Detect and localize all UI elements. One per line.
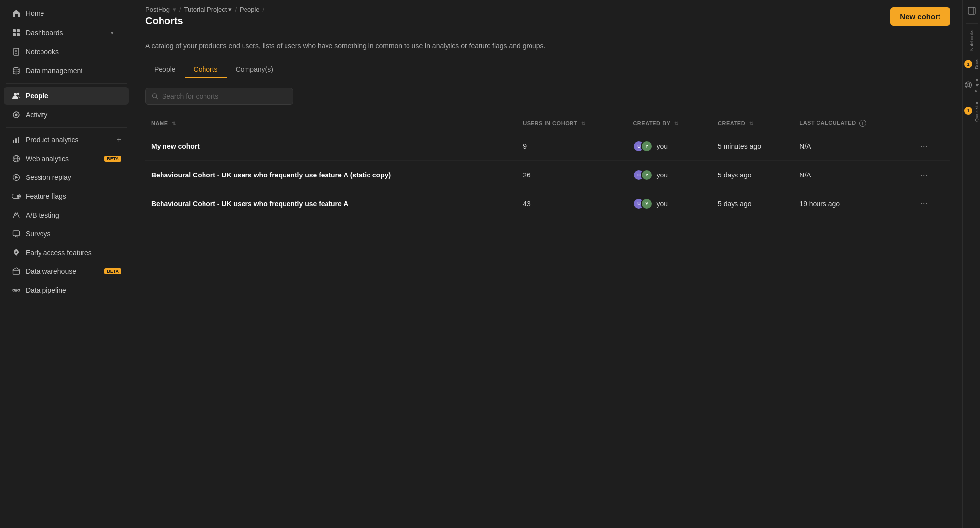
col-created-by[interactable]: CREATED BY ⇅ <box>627 115 712 132</box>
docs-rail-label: Docs <box>974 59 979 69</box>
svg-rect-15 <box>15 138 17 143</box>
breadcrumb-slash: / <box>179 6 181 13</box>
svg-rect-3 <box>17 33 20 36</box>
sidebar-item-label: Data pipeline <box>26 286 121 294</box>
avatar-stack: U Y <box>633 198 653 210</box>
search-box[interactable] <box>145 88 293 105</box>
notebook-icon <box>12 47 21 56</box>
content-area: A catalog of your product's end users, l… <box>133 31 962 528</box>
created-date: 5 minutes ago <box>712 132 793 161</box>
sidebar-item-session-replay[interactable]: Session replay <box>4 169 129 186</box>
new-cohort-button[interactable]: New cohort <box>890 7 950 26</box>
people-icon <box>12 91 21 100</box>
svg-rect-1 <box>17 29 20 32</box>
header: PostHog ▾ / Tutorial Project ▾ / People … <box>133 0 962 31</box>
docs-badge: 1 <box>964 60 972 68</box>
created-by-label: you <box>656 142 668 150</box>
svg-line-41 <box>969 83 970 84</box>
toggle-icon <box>12 192 21 201</box>
sidebar-item-surveys[interactable]: Surveys <box>4 225 129 243</box>
svg-point-9 <box>14 93 17 96</box>
tab-people[interactable]: People <box>145 61 185 78</box>
search-input[interactable] <box>162 92 287 100</box>
last-calculated: 19 hours ago <box>793 189 910 218</box>
breadcrumb: PostHog ▾ / Tutorial Project ▾ / People … <box>145 6 264 13</box>
info-icon[interactable]: i <box>859 120 866 127</box>
breadcrumb-section[interactable]: People <box>240 6 259 13</box>
svg-rect-25 <box>13 231 20 236</box>
pipeline-icon <box>12 286 21 295</box>
rail-notebooks[interactable]: Notebooks <box>967 28 976 53</box>
sidebar-item-people[interactable]: People <box>4 87 129 105</box>
sidebar-item-dashboards[interactable]: Dashboards ▾ <box>4 23 129 42</box>
sidebar-item-label: Session replay <box>26 174 121 181</box>
notebooks-rail-label: Notebooks <box>969 30 974 51</box>
user-count: 26 <box>517 161 627 189</box>
avatar: Y <box>641 140 653 152</box>
svg-point-29 <box>18 289 20 291</box>
sidebar-item-activity[interactable]: Activity <box>4 106 129 124</box>
col-name[interactable]: NAME ⇅ <box>145 115 517 132</box>
quick-start-badge: 1 <box>964 107 972 115</box>
plus-icon[interactable]: + <box>117 135 121 144</box>
tabs: People Cohorts Company(s) <box>145 61 950 78</box>
sidebar-item-web-analytics[interactable]: Web analytics BETA <box>4 150 129 168</box>
sort-icon: ⇅ <box>581 121 586 126</box>
created-by-label: you <box>656 200 668 208</box>
sidebar-item-data-pipeline[interactable]: Data pipeline <box>4 281 129 299</box>
sidebar-item-data-warehouse[interactable]: Data warehouse BETA <box>4 263 129 280</box>
col-last-calculated[interactable]: LAST CALCULATED i <box>793 115 910 132</box>
breadcrumb-posthog[interactable]: PostHog <box>145 6 170 13</box>
survey-icon <box>12 229 21 238</box>
created-by-cell: U Y you <box>633 169 706 181</box>
sidebar-item-label: Feature flags <box>26 192 121 200</box>
sidebar-item-label: People <box>26 92 121 100</box>
rail-panel-icon[interactable] <box>965 4 979 19</box>
rail-docs[interactable]: 1 Docs <box>962 57 980 71</box>
user-count: 9 <box>517 132 627 161</box>
col-users[interactable]: USERS IN COHORT ⇅ <box>517 115 627 132</box>
col-created[interactable]: CREATED ⇅ <box>712 115 793 132</box>
sidebar-item-ab-testing[interactable]: A/B testing <box>4 206 129 224</box>
created-date: 5 days ago <box>712 161 793 189</box>
page-title: Cohorts <box>145 15 264 27</box>
sidebar-item-label: Data warehouse <box>26 267 97 275</box>
sidebar-item-early-access[interactable]: Early access features <box>4 244 129 262</box>
table-row[interactable]: Behavioural Cohort - UK users who freque… <box>145 189 950 218</box>
svg-point-8 <box>13 68 19 70</box>
table-header: NAME ⇅ USERS IN COHORT ⇅ CREATED BY ⇅ CR… <box>145 115 950 132</box>
tab-cohorts[interactable]: Cohorts <box>185 61 227 78</box>
sidebar-item-label: Web analytics <box>26 155 97 163</box>
more-menu-button[interactable]: ··· <box>916 168 932 182</box>
tab-companies[interactable]: Company(s) <box>227 61 282 78</box>
avatar-stack: U Y <box>633 140 653 152</box>
svg-rect-2 <box>13 33 16 36</box>
sidebar-item-feature-flags[interactable]: Feature flags <box>4 187 129 205</box>
sidebar-item-label: Surveys <box>26 230 121 238</box>
sidebar-item-notebooks[interactable]: Notebooks <box>4 43 129 61</box>
table-body: My new cohort 9 U Y you 5 minutes ago N/… <box>145 132 950 218</box>
rail-quick-start[interactable]: 1 Quick start <box>962 98 980 124</box>
avatar-stack: U Y <box>633 169 653 181</box>
breadcrumb-project[interactable]: Tutorial Project ▾ <box>184 6 232 13</box>
sidebar-item-label: Data management <box>26 67 121 75</box>
data-icon <box>12 66 21 75</box>
more-menu-button[interactable]: ··· <box>916 139 932 153</box>
cohort-name: My new cohort <box>151 142 200 150</box>
rocket-icon <box>12 248 21 257</box>
more-menu-button[interactable]: ··· <box>916 196 932 211</box>
svg-marker-21 <box>15 176 18 179</box>
sidebar-item-label: Dashboards <box>26 29 106 37</box>
sidebar-item-product-analytics[interactable]: Product analytics + <box>4 131 129 149</box>
cohort-name: Behavioural Cohort - UK users who freque… <box>151 171 391 179</box>
table-row[interactable]: Behavioural Cohort - UK users who freque… <box>145 161 950 189</box>
warehouse-icon <box>12 267 21 276</box>
table-row[interactable]: My new cohort 9 U Y you 5 minutes ago N/… <box>145 132 950 161</box>
breadcrumb-sep: ▾ <box>173 6 176 13</box>
rail-support[interactable]: Support <box>962 75 980 95</box>
svg-rect-0 <box>13 29 16 32</box>
sidebar-item-data-management[interactable]: Data management <box>4 62 129 80</box>
sidebar-item-home[interactable]: Home <box>4 4 129 22</box>
svg-line-34 <box>156 97 158 99</box>
svg-rect-35 <box>968 7 975 14</box>
